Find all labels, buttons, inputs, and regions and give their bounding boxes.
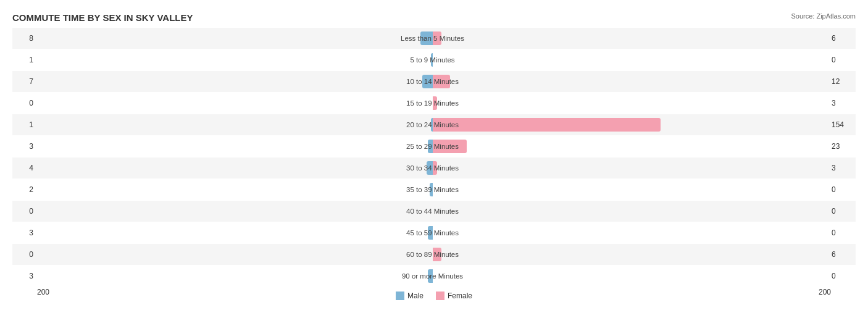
female-value: 3 (828, 164, 856, 172)
chart-row: 060 to 89 Minutes6 (12, 244, 856, 265)
bars-wrapper: 90 or more Minutes (37, 266, 828, 287)
female-value: 23 (828, 142, 856, 151)
bars-wrapper: 20 to 24 Minutes (37, 114, 828, 135)
axis-right: 200 (819, 288, 831, 300)
female-value: 0 (828, 185, 856, 194)
bars-wrapper: 45 to 59 Minutes (37, 222, 828, 243)
male-value: 0 (12, 99, 37, 107)
female-value: 0 (828, 272, 856, 280)
bar-section: Less than 5 Minutes (37, 28, 828, 49)
bars-wrapper: 10 to 14 Minutes (37, 71, 828, 92)
row-label: 35 to 39 Minutes (406, 186, 459, 193)
bars-wrapper: 25 to 29 Minutes (37, 136, 828, 157)
chart-row: 390 or more Minutes0 (12, 266, 856, 287)
chart-area: 8Less than 5 Minutes615 to 9 Minutes0710… (12, 28, 856, 287)
male-value: 1 (12, 56, 37, 64)
chart-row: 430 to 34 Minutes3 (12, 157, 856, 178)
row-label: 10 to 14 Minutes (406, 78, 459, 85)
row-label: 5 to 9 Minutes (410, 56, 454, 64)
chart-row: 710 to 14 Minutes12 (12, 71, 856, 92)
female-value: 12 (828, 77, 856, 86)
bar-section: 90 or more Minutes (37, 266, 828, 287)
bar-section: 25 to 29 Minutes (37, 136, 828, 157)
female-value: 6 (828, 34, 856, 43)
title-row: COMMUTE TIME BY SEX IN SKY VALLEY Source… (12, 12, 856, 23)
female-value: 6 (828, 250, 856, 259)
male-value: 3 (12, 229, 37, 237)
row-label: 40 to 44 Minutes (406, 208, 459, 215)
chart-row: 015 to 19 Minutes3 (12, 93, 856, 114)
row-label: 25 to 29 Minutes (406, 143, 459, 150)
male-value: 3 (12, 142, 37, 151)
female-value: 154 (828, 120, 856, 129)
bars-wrapper: 5 to 9 Minutes (37, 49, 828, 70)
male-value: 3 (12, 272, 37, 280)
bar-section: 60 to 89 Minutes (37, 244, 828, 265)
female-bar (433, 118, 661, 132)
male-value: 0 (12, 250, 37, 259)
chart-row: 8Less than 5 Minutes6 (12, 28, 856, 49)
legend-female: Female (436, 292, 472, 300)
bars-wrapper: 60 to 89 Minutes (37, 244, 828, 265)
bars-wrapper: 40 to 44 Minutes (37, 201, 828, 222)
bars-wrapper: 35 to 39 Minutes (37, 179, 828, 200)
female-label: Female (448, 292, 472, 300)
row-label: 90 or more Minutes (402, 272, 463, 280)
chart-title: COMMUTE TIME BY SEX IN SKY VALLEY (12, 12, 193, 23)
chart-row: 040 to 44 Minutes0 (12, 201, 856, 222)
chart-row: 15 to 9 Minutes0 (12, 49, 856, 70)
bar-section: 45 to 59 Minutes (37, 222, 828, 243)
female-value: 0 (828, 56, 856, 64)
bar-section: 40 to 44 Minutes (37, 201, 828, 222)
axis-labels: 200 Male Female 200 (12, 288, 856, 300)
bar-section: 5 to 9 Minutes (37, 49, 828, 70)
male-value: 2 (12, 185, 37, 194)
bar-section: 35 to 39 Minutes (37, 179, 828, 200)
row-label: 45 to 59 Minutes (406, 229, 459, 237)
row-label: Less than 5 Minutes (401, 35, 464, 42)
male-color-box (396, 292, 404, 300)
male-value: 0 (12, 207, 37, 216)
female-color-box (436, 292, 444, 300)
male-label: Male (407, 292, 424, 300)
male-value: 4 (12, 164, 37, 172)
row-label: 15 to 19 Minutes (406, 99, 459, 107)
bars-wrapper: 30 to 34 Minutes (37, 157, 828, 178)
row-label: 30 to 34 Minutes (406, 164, 459, 172)
male-value: 1 (12, 120, 37, 129)
row-label: 60 to 89 Minutes (406, 251, 459, 258)
bars-wrapper: 15 to 19 Minutes (37, 93, 828, 114)
legend: Male Female (396, 292, 472, 300)
chart-row: 235 to 39 Minutes0 (12, 179, 856, 200)
bar-section: 15 to 19 Minutes (37, 93, 828, 114)
chart-row: 325 to 29 Minutes23 (12, 136, 856, 157)
bar-section: 20 to 24 Minutes (37, 114, 828, 135)
bar-section: 30 to 34 Minutes (37, 157, 828, 178)
bar-section: 10 to 14 Minutes (37, 71, 828, 92)
row-label: 20 to 24 Minutes (406, 121, 459, 128)
axis-left: 200 (37, 288, 49, 300)
female-value: 0 (828, 229, 856, 237)
chart-row: 120 to 24 Minutes154 (12, 114, 856, 135)
female-value: 3 (828, 99, 856, 107)
source-label: Source: ZipAtlas.com (791, 12, 856, 20)
bars-wrapper: Less than 5 Minutes (37, 28, 828, 49)
female-value: 0 (828, 207, 856, 216)
chart-row: 345 to 59 Minutes0 (12, 222, 856, 243)
male-value: 8 (12, 34, 37, 43)
male-value: 7 (12, 77, 37, 86)
chart-container: COMMUTE TIME BY SEX IN SKY VALLEY Source… (0, 0, 868, 323)
legend-male: Male (396, 292, 424, 300)
